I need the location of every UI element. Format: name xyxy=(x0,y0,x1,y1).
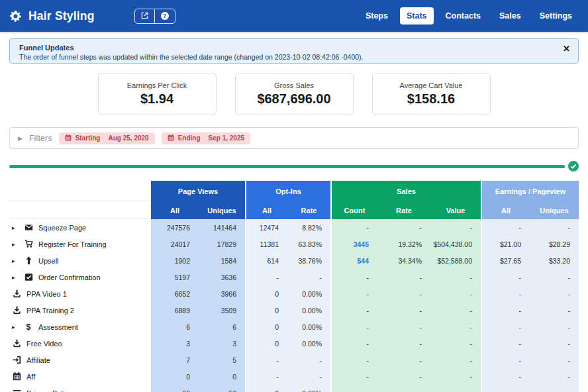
table-row: PPA Video 16652396600.00%----- xyxy=(0,285,579,302)
expand-chevron-icon[interactable]: ▸ xyxy=(12,324,19,330)
table-row: Aff00------- xyxy=(0,368,579,385)
nav-tabs: Steps Stats Contacts Sales Settings xyxy=(359,7,579,24)
tab-sales[interactable]: Sales xyxy=(493,7,528,24)
gear-icon[interactable] xyxy=(9,10,22,23)
stat-label: Gross Sales xyxy=(274,81,314,89)
table-cell: - xyxy=(530,385,579,392)
group-header-opt-ins: Opt-Ins xyxy=(245,181,330,201)
table-cell: - xyxy=(530,368,579,385)
subheader-earn-uniques[interactable]: Uniques xyxy=(530,201,579,219)
subheader-opt-rate[interactable]: Rate xyxy=(287,201,330,219)
table-cell: 3636 xyxy=(199,269,245,285)
table-cell: - xyxy=(530,285,579,302)
table-cell: 3 xyxy=(199,335,245,352)
table-row: ▸Squeeze Page247576141464124748.82%----- xyxy=(0,219,579,236)
check-circle-icon xyxy=(568,161,579,172)
chevron-right-icon[interactable]: ▶ xyxy=(18,135,23,142)
step-label-cell[interactable]: ▸$Assessment xyxy=(0,318,151,335)
table-cell: 0.00% xyxy=(287,385,330,392)
table-cell: 8.82% xyxy=(287,219,330,236)
table-cell: - xyxy=(377,368,430,385)
starting-date-pill[interactable]: Starting Aug 25, 2020 xyxy=(59,132,155,144)
ending-date-pill[interactable]: Ending Sep 1, 2025 xyxy=(162,132,250,144)
external-link-icon xyxy=(141,11,148,21)
step-label-cell[interactable]: ▸Register For Training xyxy=(0,236,151,252)
expand-chevron-icon[interactable]: ▸ xyxy=(12,258,19,264)
subheader-sales-count[interactable]: Count xyxy=(330,201,377,219)
stat-value: $1.94 xyxy=(140,91,173,107)
envelope-icon xyxy=(24,223,33,232)
subheader-pv-all[interactable]: All xyxy=(151,201,199,219)
table-cell: - xyxy=(377,335,430,352)
table-cell: 12474 xyxy=(245,219,287,236)
step-label: Free Video xyxy=(26,340,62,348)
funnel-updates-banner: Funnel Updates The order of funnel steps… xyxy=(9,38,579,64)
table-cell: - xyxy=(481,368,530,385)
step-label-cell[interactable]: ▸Order Confirmation xyxy=(0,269,151,285)
table-cell: - xyxy=(330,385,377,392)
app-title: Hair Styling xyxy=(28,9,95,23)
tab-steps[interactable]: Steps xyxy=(359,7,395,24)
table-cell: - xyxy=(377,219,430,236)
table-cell: - xyxy=(377,302,430,318)
progress-bar xyxy=(9,165,565,168)
table-row: Affiliate75------- xyxy=(0,352,579,368)
table-cell: 6652 xyxy=(151,285,199,302)
table-cell: 19.32% xyxy=(377,236,430,252)
table-cell: 1584 xyxy=(199,252,245,269)
table-cell: 0.00% xyxy=(287,335,330,352)
table-cell: - xyxy=(430,302,481,318)
table-cell: - xyxy=(430,219,481,236)
download-icon xyxy=(12,339,21,348)
table-cell: 6889 xyxy=(151,302,199,318)
step-label-cell: Affiliate xyxy=(0,352,151,368)
close-icon[interactable]: ✕ xyxy=(563,44,570,53)
step-label: Register For Training xyxy=(38,240,107,248)
step-label: Privacy Policy xyxy=(26,389,72,392)
table-cell: - xyxy=(530,219,579,236)
table-cell: - xyxy=(430,269,481,285)
table-cell: 63.83% xyxy=(287,236,330,252)
filters-label[interactable]: Filters xyxy=(29,134,52,143)
sales-count-link[interactable]: 544 xyxy=(330,252,377,269)
table-cell: - xyxy=(530,269,579,285)
subheader-sales-value[interactable]: Value xyxy=(430,201,481,219)
tab-settings[interactable]: Settings xyxy=(533,7,579,24)
table-cell: - xyxy=(481,219,530,236)
step-label-cell[interactable]: ▸Squeeze Page xyxy=(0,219,151,236)
open-external-button[interactable] xyxy=(135,9,155,23)
table-cell: - xyxy=(481,318,530,335)
step-label: Upsell xyxy=(38,257,59,265)
sales-count-link[interactable]: 3445 xyxy=(330,236,377,252)
ending-value: Sep 1, 2025 xyxy=(209,134,244,142)
table-cell: 0 xyxy=(245,318,287,335)
table-cell: 141464 xyxy=(199,219,245,236)
help-button[interactable]: ? xyxy=(155,9,175,23)
table-cell: 11381 xyxy=(245,236,287,252)
table-cell: 0 xyxy=(199,368,245,385)
table-cell: 5 xyxy=(199,352,245,368)
subheader-pv-uniques[interactable]: Uniques xyxy=(199,201,245,219)
subheader-sales-rate[interactable]: Rate xyxy=(377,201,430,219)
tab-contacts[interactable]: Contacts xyxy=(439,7,487,24)
table-cell: - xyxy=(330,302,377,318)
table-cell: 0.00% xyxy=(287,302,330,318)
expand-chevron-icon[interactable]: ▸ xyxy=(12,224,19,231)
table-body: ▸Squeeze Page247576141464124748.82%-----… xyxy=(0,219,579,392)
subheader-earn-all[interactable]: All xyxy=(481,201,530,219)
table-cell: $27.65 xyxy=(481,252,530,269)
table-row: ▸Upsell1902158461438.76%54434.34%$52,588… xyxy=(0,252,579,269)
group-header-earnings-pageview: Earnings / Pageview xyxy=(481,181,579,201)
subheader-opt-all[interactable]: All xyxy=(245,201,287,219)
table-cell: - xyxy=(287,368,330,385)
table-cell: - xyxy=(430,318,481,335)
stat-card-gross-sales: Gross Sales $687,696.00 xyxy=(235,73,354,115)
expand-chevron-icon[interactable]: ▸ xyxy=(12,274,19,281)
tab-stats[interactable]: Stats xyxy=(400,7,434,24)
expand-chevron-icon[interactable]: ▸ xyxy=(12,241,19,248)
table-cell: - xyxy=(481,385,530,392)
table-cell: - xyxy=(330,318,377,335)
banner-message: The order of funnel steps was updated wi… xyxy=(19,52,556,62)
stat-value: $687,696.00 xyxy=(257,91,330,107)
step-label-cell[interactable]: ▸Upsell xyxy=(0,252,151,269)
